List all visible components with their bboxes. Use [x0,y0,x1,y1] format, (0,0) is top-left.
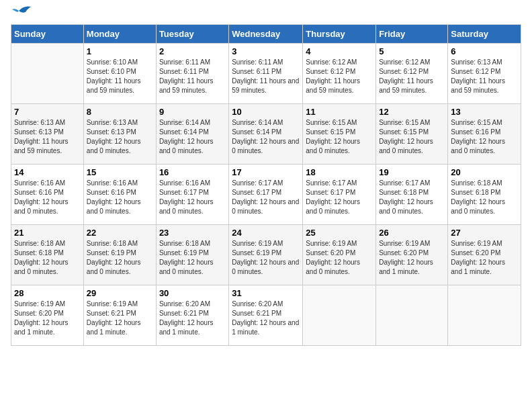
calendar-cell: 15 Sunrise: 6:16 AMSunset: 6:16 PMDaylig… [83,165,156,225]
day-number: 12 [379,107,445,117]
calendar-cell: 30 Sunrise: 6:20 AMSunset: 6:21 PMDaylig… [156,285,228,346]
calendar-cell: 24 Sunrise: 6:19 AMSunset: 6:19 PMDaylig… [229,225,303,285]
calendar-cell: 17 Sunrise: 6:17 AMSunset: 6:17 PMDaylig… [229,165,303,225]
day-info: Sunrise: 6:10 AMSunset: 6:10 PMDaylight:… [87,58,141,94]
calendar-cell: 20 Sunrise: 6:18 AMSunset: 6:18 PMDaylig… [448,165,521,225]
day-number: 23 [159,228,226,238]
day-number: 27 [451,228,518,238]
day-number: 19 [379,167,445,177]
day-info: Sunrise: 6:13 AMSunset: 6:13 PMDaylight:… [14,119,69,154]
calendar-cell: 4 Sunrise: 6:12 AMSunset: 6:12 PMDayligh… [303,44,376,104]
day-number: 4 [306,46,373,56]
day-info: Sunrise: 6:16 AMSunset: 6:17 PMDaylight:… [159,179,214,215]
calendar-cell [448,285,521,346]
day-info: Sunrise: 6:13 AMSunset: 6:12 PMDaylight:… [451,58,505,94]
day-info: Sunrise: 6:19 AMSunset: 6:20 PMDaylight:… [306,240,360,275]
calendar-cell: 6 Sunrise: 6:13 AMSunset: 6:12 PMDayligh… [448,44,521,104]
day-info: Sunrise: 6:18 AMSunset: 6:18 PMDaylight:… [14,240,69,275]
calendar-week-2: 7 Sunrise: 6:13 AMSunset: 6:13 PMDayligh… [11,104,521,165]
day-info: Sunrise: 6:20 AMSunset: 6:21 PMDaylight:… [159,300,214,336]
calendar-cell: 11 Sunrise: 6:15 AMSunset: 6:15 PMDaylig… [303,104,376,165]
calendar-cell: 9 Sunrise: 6:14 AMSunset: 6:14 PMDayligh… [156,104,228,165]
calendar-cell: 7 Sunrise: 6:13 AMSunset: 6:13 PMDayligh… [11,104,84,165]
day-info: Sunrise: 6:20 AMSunset: 6:21 PMDaylight:… [232,300,299,336]
calendar-cell: 1 Sunrise: 6:10 AMSunset: 6:10 PMDayligh… [83,44,156,104]
calendar-cell: 18 Sunrise: 6:17 AMSunset: 6:17 PMDaylig… [303,165,376,225]
calendar-cell [303,285,376,346]
calendar-cell [11,44,84,104]
calendar-cell [376,285,448,346]
day-info: Sunrise: 6:11 AMSunset: 6:11 PMDaylight:… [159,58,214,94]
logo [11,11,32,19]
col-header-friday: Friday [376,25,448,44]
page-header [11,11,521,19]
day-number: 18 [306,167,373,177]
day-number: 6 [451,46,518,56]
calendar-cell: 23 Sunrise: 6:18 AMSunset: 6:19 PMDaylig… [156,225,228,285]
calendar-week-1: 1 Sunrise: 6:10 AMSunset: 6:10 PMDayligh… [11,44,521,104]
day-number: 11 [306,107,373,117]
day-number: 10 [232,107,300,117]
day-number: 26 [379,228,445,238]
day-info: Sunrise: 6:18 AMSunset: 6:19 PMDaylight:… [87,240,141,275]
logo-bird-icon [12,4,32,19]
day-info: Sunrise: 6:17 AMSunset: 6:17 PMDaylight:… [232,179,299,215]
day-number: 20 [451,167,518,177]
day-number: 7 [14,107,81,117]
day-info: Sunrise: 6:16 AMSunset: 6:16 PMDaylight:… [87,179,141,215]
day-info: Sunrise: 6:17 AMSunset: 6:17 PMDaylight:… [306,179,360,215]
day-number: 3 [232,46,300,56]
day-info: Sunrise: 6:16 AMSunset: 6:16 PMDaylight:… [14,179,69,215]
day-number: 24 [232,228,300,238]
day-number: 16 [159,167,226,177]
calendar-cell: 13 Sunrise: 6:15 AMSunset: 6:16 PMDaylig… [448,104,521,165]
day-info: Sunrise: 6:15 AMSunset: 6:15 PMDaylight:… [306,119,360,154]
day-info: Sunrise: 6:11 AMSunset: 6:11 PMDaylight:… [232,58,299,94]
day-number: 30 [159,288,226,298]
day-info: Sunrise: 6:14 AMSunset: 6:14 PMDaylight:… [232,119,299,154]
day-number: 17 [232,167,300,177]
col-header-tuesday: Tuesday [156,25,228,44]
calendar-week-4: 21 Sunrise: 6:18 AMSunset: 6:18 PMDaylig… [11,225,521,285]
day-info: Sunrise: 6:19 AMSunset: 6:20 PMDaylight:… [14,300,69,336]
calendar-cell: 3 Sunrise: 6:11 AMSunset: 6:11 PMDayligh… [229,44,303,104]
day-number: 14 [14,167,81,177]
calendar-header-row: SundayMondayTuesdayWednesdayThursdayFrid… [11,25,521,44]
calendar-cell: 31 Sunrise: 6:20 AMSunset: 6:21 PMDaylig… [229,285,303,346]
day-number: 9 [159,107,226,117]
col-header-wednesday: Wednesday [229,25,303,44]
calendar-cell: 21 Sunrise: 6:18 AMSunset: 6:18 PMDaylig… [11,225,84,285]
calendar-cell: 29 Sunrise: 6:19 AMSunset: 6:21 PMDaylig… [83,285,156,346]
calendar-week-3: 14 Sunrise: 6:16 AMSunset: 6:16 PMDaylig… [11,165,521,225]
day-number: 2 [159,46,226,56]
calendar-cell: 14 Sunrise: 6:16 AMSunset: 6:16 PMDaylig… [11,165,84,225]
day-number: 8 [87,107,153,117]
calendar-cell: 26 Sunrise: 6:19 AMSunset: 6:20 PMDaylig… [376,225,448,285]
day-number: 29 [87,288,153,298]
day-number: 1 [87,46,153,56]
calendar-cell: 27 Sunrise: 6:19 AMSunset: 6:20 PMDaylig… [448,225,521,285]
day-info: Sunrise: 6:12 AMSunset: 6:12 PMDaylight:… [379,58,433,94]
calendar-cell: 22 Sunrise: 6:18 AMSunset: 6:19 PMDaylig… [83,225,156,285]
col-header-thursday: Thursday [303,25,376,44]
calendar-cell: 19 Sunrise: 6:17 AMSunset: 6:18 PMDaylig… [376,165,448,225]
calendar-week-5: 28 Sunrise: 6:19 AMSunset: 6:20 PMDaylig… [11,285,521,346]
day-number: 25 [306,228,373,238]
day-number: 28 [14,288,81,298]
day-info: Sunrise: 6:18 AMSunset: 6:19 PMDaylight:… [159,240,214,275]
day-info: Sunrise: 6:15 AMSunset: 6:15 PMDaylight:… [379,119,433,154]
day-info: Sunrise: 6:18 AMSunset: 6:18 PMDaylight:… [451,179,505,215]
calendar-cell: 8 Sunrise: 6:13 AMSunset: 6:13 PMDayligh… [83,104,156,165]
day-info: Sunrise: 6:15 AMSunset: 6:16 PMDaylight:… [451,119,505,154]
day-info: Sunrise: 6:19 AMSunset: 6:19 PMDaylight:… [232,240,299,275]
calendar-cell: 2 Sunrise: 6:11 AMSunset: 6:11 PMDayligh… [156,44,228,104]
col-header-monday: Monday [83,25,156,44]
col-header-sunday: Sunday [11,25,84,44]
day-info: Sunrise: 6:19 AMSunset: 6:21 PMDaylight:… [87,300,141,336]
day-info: Sunrise: 6:12 AMSunset: 6:12 PMDaylight:… [306,58,360,94]
calendar-cell: 5 Sunrise: 6:12 AMSunset: 6:12 PMDayligh… [376,44,448,104]
col-header-saturday: Saturday [448,25,521,44]
day-info: Sunrise: 6:17 AMSunset: 6:18 PMDaylight:… [379,179,433,215]
calendar-cell: 10 Sunrise: 6:14 AMSunset: 6:14 PMDaylig… [229,104,303,165]
calendar-cell: 12 Sunrise: 6:15 AMSunset: 6:15 PMDaylig… [376,104,448,165]
